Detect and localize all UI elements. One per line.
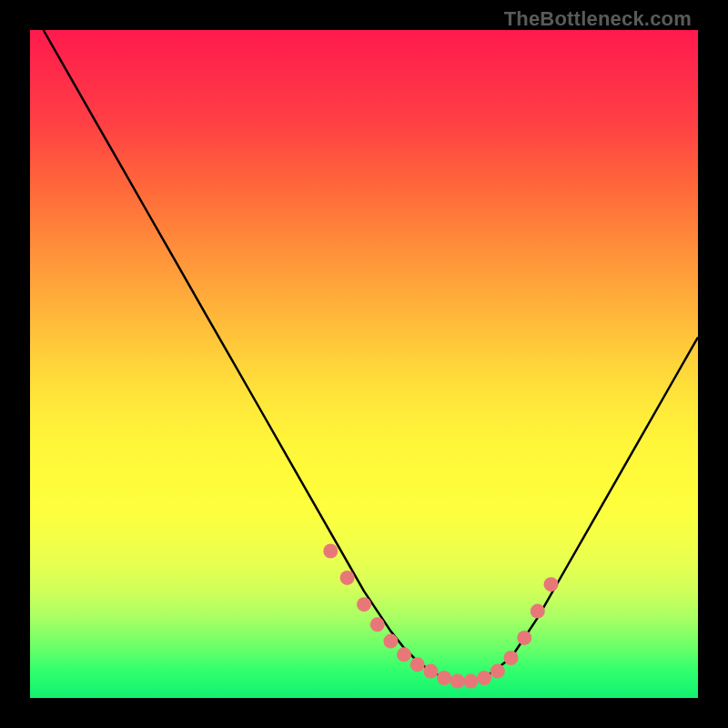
scatter-point (423, 664, 438, 679)
chart-overlay (0, 0, 728, 728)
scatter-point (323, 544, 338, 559)
scatter-point (463, 674, 478, 689)
scatter-point (397, 647, 411, 662)
scatter-point (410, 657, 425, 672)
scatter-points (323, 544, 558, 689)
scatter-point (340, 571, 355, 585)
bottleneck-curve-path (44, 30, 698, 682)
scatter-point (477, 671, 491, 685)
scatter-point (450, 674, 465, 689)
scatter-point (490, 664, 505, 679)
scatter-point (504, 651, 519, 665)
watermark-text: TheBottleneck.com (504, 7, 692, 31)
scatter-point (531, 604, 545, 619)
bottleneck-curve (44, 30, 698, 682)
scatter-point (544, 577, 559, 592)
scatter-point (357, 597, 371, 612)
chart-container: TheBottleneck.com (0, 0, 728, 728)
scatter-point (383, 634, 398, 649)
scatter-point (437, 671, 451, 685)
scatter-point (517, 631, 531, 645)
scatter-point (370, 617, 385, 632)
